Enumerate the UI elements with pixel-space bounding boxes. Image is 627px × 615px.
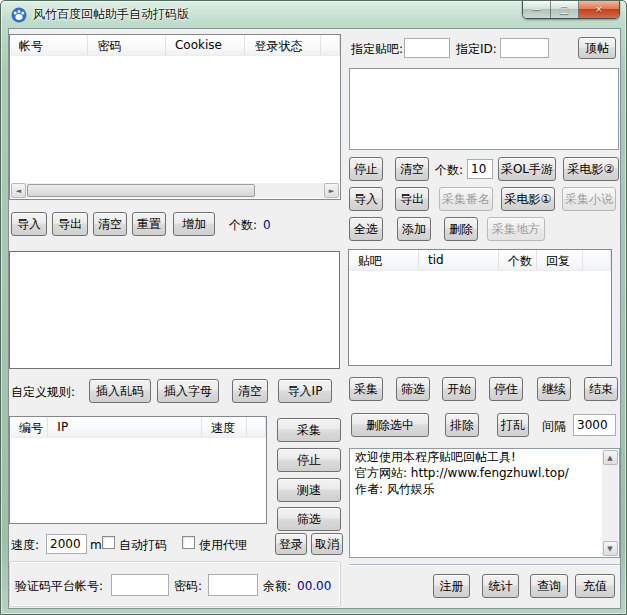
app-icon (11, 7, 27, 23)
collect-movie2-button[interactable]: 采电影② (563, 157, 619, 181)
collect-place-button[interactable]: 采集地方 (487, 217, 545, 241)
end-button[interactable]: 结束 (584, 377, 618, 401)
add-thread-button[interactable]: 添加 (397, 217, 431, 241)
scroll-left-icon[interactable]: ◄ (11, 183, 26, 198)
use-proxy-checkbox[interactable] (182, 536, 195, 549)
cancel-login-button[interactable]: 取消 (311, 533, 343, 555)
tieba-col-header[interactable]: 贴吧 (349, 250, 419, 270)
account-list[interactable]: 帐号 密码 Cookise 登录状态 ◄ ► (9, 34, 341, 200)
captcha-account-label: 验证码平台帐号: (15, 579, 103, 593)
speed-input[interactable] (46, 534, 87, 554)
collect-novel-button[interactable]: 采集小说 (562, 187, 616, 211)
export-threads-button[interactable]: 导出 (395, 187, 429, 211)
filter-threads-button[interactable]: 筛选 (396, 377, 430, 401)
insert-letters-button[interactable]: 插入字母 (157, 379, 219, 403)
interval-input[interactable] (573, 414, 616, 436)
start-button[interactable]: 开始 (442, 377, 476, 401)
filter-ip-button[interactable]: 筛选 (277, 507, 341, 531)
resume-button[interactable]: 继续 (537, 377, 571, 401)
target-id-label: 指定ID: (456, 42, 497, 56)
auto-captcha-checkbox[interactable] (102, 536, 115, 549)
account-list-header: 帐号 密码 Cookise 登录状态 (10, 35, 340, 56)
collect-count-input[interactable] (467, 159, 493, 179)
rules-textarea[interactable] (9, 251, 340, 369)
import-ip-button[interactable]: 导入IP (278, 379, 332, 403)
minimize-button[interactable]: — (523, 1, 551, 18)
count-col-header[interactable]: 个数 (499, 250, 537, 270)
tid-col-header[interactable]: tid (419, 250, 499, 270)
collect-ip-button[interactable]: 采集 (277, 418, 341, 442)
insert-garbled-button[interactable]: 插入乱码 (89, 379, 151, 403)
ip-list[interactable]: 编号 IP 速度 (9, 416, 267, 524)
top-post-button[interactable]: 顶帖 (578, 37, 616, 59)
ip-col-header[interactable]: IP (48, 417, 202, 437)
ip-speed-col-header[interactable]: 速度 (202, 417, 247, 437)
exclude-button[interactable]: 排除 (445, 413, 479, 437)
target-id-input[interactable] (500, 38, 549, 58)
collect-anime-button[interactable]: 采集番名 (439, 187, 493, 211)
scroll-right-icon[interactable]: ► (324, 183, 339, 198)
ip-index-col-header[interactable]: 编号 (10, 417, 48, 437)
captcha-password-input[interactable] (208, 574, 258, 596)
select-all-button[interactable]: 全选 (349, 217, 383, 241)
minimize-icon: — (532, 5, 541, 14)
stop-ip-button[interactable]: 停止 (277, 448, 341, 472)
use-proxy-label[interactable]: 使用代理 (199, 538, 247, 552)
recharge-button[interactable]: 充值 (575, 574, 615, 598)
maximize-icon: □ (560, 5, 569, 15)
reply-col-header[interactable]: 回复 (537, 250, 583, 270)
clear-collect-button[interactable]: 清空 (395, 157, 429, 181)
speed-label: 速度: (11, 538, 39, 552)
clear-rules-button[interactable]: 清空 (232, 379, 268, 403)
password-col-header[interactable]: 密码 (88, 35, 166, 55)
log-vscrollbar[interactable]: ▲ ▼ (602, 450, 618, 556)
query-button[interactable]: 查询 (530, 574, 568, 598)
add-accounts-button[interactable]: 增加 (173, 212, 215, 236)
log-line: 欢迎使用本程序贴吧回帖工具! (350, 449, 619, 465)
log-line: 作者: 风竹娱乐 (350, 481, 619, 497)
auto-captcha-label[interactable]: 自动打码 (119, 538, 167, 552)
collect-ol-mobile-button[interactable]: 采OL手游 (498, 157, 556, 181)
stats-button[interactable]: 统计 (482, 574, 519, 598)
delete-selected-button[interactable]: 删除选中 (351, 413, 429, 437)
scroll-down-icon[interactable]: ▼ (603, 541, 618, 556)
account-list-hscrollbar[interactable]: ◄ ► (11, 183, 339, 198)
collect-movie1-button[interactable]: 采电影① (501, 187, 555, 211)
login-button[interactable]: 登录 (275, 533, 307, 555)
thread-list[interactable]: 贴吧 tid 个数 回复 (348, 249, 612, 366)
account-col-header[interactable]: 帐号 (10, 35, 88, 55)
app-window: 风竹百度回帖助手自动打码版 — □ × 帐号 密码 Cookise 登录状态 ◄… (0, 0, 627, 615)
stop-collect-button[interactable]: 停止 (349, 157, 383, 181)
pause-button[interactable]: 停住 (489, 377, 523, 401)
window-controls: — □ × (522, 0, 620, 19)
scroll-up-icon[interactable]: ▲ (603, 450, 618, 465)
thread-list-header: 贴吧 tid 个数 回复 (349, 250, 611, 271)
speed-test-button[interactable]: 测速 (277, 478, 341, 502)
spacer-col-header (321, 35, 340, 55)
close-button[interactable]: × (579, 1, 619, 18)
hscroll-thumb[interactable] (27, 184, 255, 197)
delete-thread-button[interactable]: 删除 (444, 217, 478, 241)
reset-accounts-button[interactable]: 重置 (132, 212, 166, 236)
target-tieba-input[interactable] (404, 38, 450, 58)
clear-accounts-button[interactable]: 清空 (93, 212, 127, 236)
login-status-col-header[interactable]: 登录状态 (245, 35, 321, 55)
account-count-label: 个数: (229, 218, 257, 232)
titlebar[interactable]: 风竹百度回帖助手自动打码版 (1, 1, 521, 28)
import-accounts-button[interactable]: 导入 (11, 212, 47, 236)
collect-threads-button[interactable]: 采集 (349, 377, 383, 401)
content-textarea[interactable] (349, 68, 619, 150)
captcha-account-input[interactable] (111, 574, 169, 596)
export-accounts-button[interactable]: 导出 (52, 212, 88, 236)
interval-label: 间隔 (542, 419, 566, 433)
cookie-col-header[interactable]: Cookise (166, 35, 245, 55)
shuffle-button[interactable]: 打乱 (497, 413, 529, 437)
register-button[interactable]: 注册 (433, 574, 470, 598)
import-threads-button[interactable]: 导入 (349, 187, 383, 211)
ip-list-header: 编号 IP 速度 (10, 417, 266, 438)
spacer-col-header (247, 417, 266, 437)
window-title: 风竹百度回帖助手自动打码版 (33, 6, 189, 23)
log-textarea[interactable]: 欢迎使用本程序贴吧回帖工具! 官方网站: http://www.fengzhuw… (349, 448, 620, 558)
maximize-button[interactable]: □ (551, 1, 579, 18)
account-count-value: 0 (263, 218, 271, 232)
